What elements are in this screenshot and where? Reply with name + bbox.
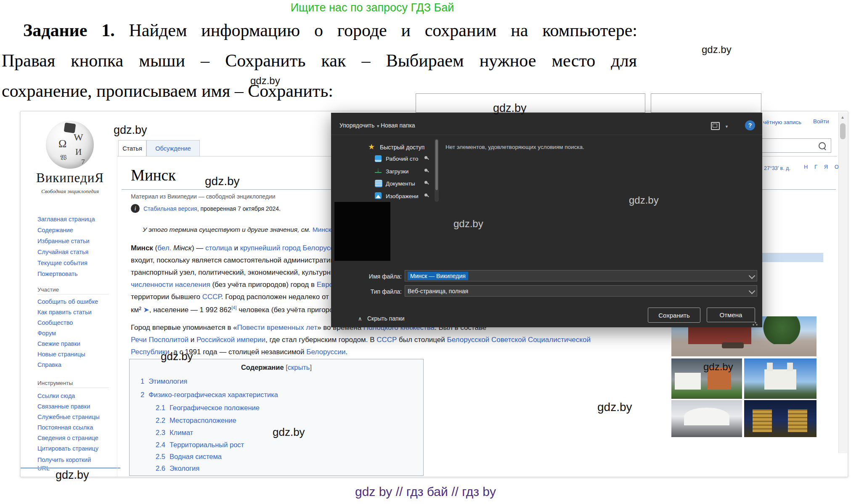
toc-label: Географическое положение [170, 404, 260, 411]
sidebar-link-report-error[interactable]: Сообщить об ошибке [37, 298, 98, 305]
wikipedia-globe-logo[interactable]: Ω W И 7 𝔚 [46, 121, 94, 169]
toc-item[interactable]: 2.3Климат [156, 429, 193, 437]
sidebar-link-cite-page[interactable]: Цитировать страницу [37, 445, 98, 452]
page-scrollbar[interactable]: ▲ [838, 112, 847, 453]
toc-label: Экология [170, 464, 199, 472]
nav-tree-area [334, 202, 390, 261]
toc-item[interactable]: 2.4Территориальный рост [156, 441, 244, 449]
organize-label: Упорядочить [339, 122, 374, 129]
pin-icon [424, 156, 427, 159]
link-login[interactable]: Войти [813, 118, 829, 125]
toc-label: Водная система [170, 453, 222, 460]
sidebar-link-new-pages[interactable]: Новые страницы [37, 351, 85, 358]
save-button[interactable]: Сохранить [648, 308, 700, 323]
toc-item[interactable]: 1Этимология [141, 377, 187, 385]
sidebar-link-forum[interactable]: Форум [37, 330, 56, 337]
task-line-3: сохранение, прописываем имя – Сохранить: [2, 81, 333, 101]
toc-item[interactable]: 2.6Экология [156, 464, 199, 472]
dialog-search-field[interactable] [651, 93, 761, 113]
toc-item[interactable]: 2.5Водная система [156, 453, 222, 461]
nav-scrollbar[interactable] [435, 139, 439, 202]
photo-tree [762, 316, 802, 344]
toc-item[interactable]: 2.1Географическое положение [156, 404, 260, 412]
cancel-button[interactable]: Отмена [707, 308, 755, 322]
toc-item[interactable]: 2Физико-географическая характеристика [141, 391, 278, 399]
sidebar-link-permanent-link[interactable]: Постоянная ссылка [37, 424, 93, 431]
toolbar-divider [331, 135, 762, 135]
sidebar-link-contents[interactable]: Содержание [37, 227, 73, 233]
toc-title: Содержание [241, 363, 284, 371]
scrollbar-up-arrow-icon[interactable]: ▲ [840, 115, 845, 119]
view-mode-icon[interactable] [711, 122, 720, 130]
dialog-address-bar[interactable] [416, 93, 645, 113]
sidebar-link-related-changes[interactable]: Связанные правки [37, 403, 90, 410]
sidebar-link-what-links-here[interactable]: Ссылки сюда [37, 393, 75, 399]
tab-article-label: Статья [122, 145, 142, 152]
filename-label: Имя файла: [356, 273, 402, 280]
nav-item-documents[interactable]: Документы [386, 180, 415, 187]
nav-item-desktop[interactable]: Рабочий сто [386, 156, 418, 162]
nav-item-pictures[interactable]: Изображени [386, 193, 419, 199]
tab-article[interactable]: Статья [118, 140, 146, 157]
toc-item[interactable]: 2.2Месторасположение [156, 416, 236, 424]
sidebar-link-main-page[interactable]: Заглавная страница [37, 216, 95, 223]
link-create-account[interactable]: чётную запись [763, 119, 801, 125]
sidebar-link-featured[interactable]: Избранные статьи [37, 238, 90, 244]
watermark: gdz.by [493, 102, 527, 115]
interwiki-letters[interactable]: Н Г Я О [804, 164, 841, 170]
quick-access-label[interactable]: Быстрый доступ [380, 144, 424, 151]
view-caret-icon[interactable]: ▼ [725, 125, 729, 129]
desktop-icon [375, 155, 382, 162]
sidebar-link-page-info[interactable]: Сведения о странице [37, 435, 98, 441]
task-line-1-rest: Найдем информацию о городе и сохраним на… [115, 21, 637, 40]
toc-header: Содержание [скрыть] [130, 363, 423, 371]
sidebar-link-community[interactable]: Сообщество [37, 319, 73, 326]
article-subtitle: Материал из Википедии — свободной энцикл… [131, 193, 276, 200]
photo-car [722, 342, 744, 348]
globe-glyph-i: И [75, 147, 82, 157]
sidebar-header-participation: Участие [37, 286, 109, 294]
chevron-up-icon[interactable]: ∧ [358, 316, 362, 322]
photo-church-body [764, 369, 796, 390]
nav-item-downloads[interactable]: Загрузки [386, 168, 408, 175]
watermark: gdz.by [250, 75, 280, 87]
photo-lit-tower [753, 409, 772, 432]
watermark: gdz.by [453, 218, 483, 230]
resize-grip[interactable] [753, 321, 758, 326]
sidebar-link-donate[interactable]: Пожертвовать [37, 271, 78, 277]
geo-coordinates[interactable]: 27°33′ в. д. [764, 165, 790, 171]
sidebar-link-recent-changes[interactable]: Свежие правки [37, 340, 80, 347]
toc-num: 2.4 [156, 441, 165, 448]
toc-label: Территориальный рост [170, 441, 244, 448]
site-tagline: Ищите нас по запросу ГДЗ Бай [0, 1, 745, 14]
article-title: Минск [131, 166, 176, 184]
task-line-2: Правая кнопка мыши – Сохранить как – Выб… [2, 50, 637, 71]
task-line-1: Задание 1. Найдем информацию о городе и … [23, 20, 637, 40]
page: Ищите нас по запросу ГДЗ Бай Задание 1. … [0, 0, 851, 504]
filename-input[interactable]: Минск — Википедия [405, 270, 757, 281]
pin-icon [424, 181, 427, 184]
stable-version-note[interactable]: Стабильная версия, проверенная 7 октября… [143, 205, 281, 212]
tab-talk[interactable]: Обсуждение [146, 140, 200, 157]
wikipedia-slogan: Свободная энциклопедия [21, 188, 119, 195]
scrollbar-thumb[interactable] [840, 123, 846, 139]
new-folder-button[interactable]: Новая папка [381, 122, 415, 129]
toc-hide-link[interactable]: скрыть [288, 363, 310, 371]
help-icon[interactable]: ? [745, 120, 755, 130]
sidebar-link-special-pages[interactable]: Служебные страницы [37, 414, 100, 420]
search-icon[interactable] [819, 142, 826, 149]
content-divider [117, 140, 117, 477]
info-icon[interactable]: i [131, 204, 140, 213]
sidebar-link-how-to-edit[interactable]: Как править статьи [37, 309, 92, 316]
photo-opera-theatre [671, 400, 742, 437]
hide-folders-button[interactable]: Скрыть папки [367, 315, 405, 322]
table-of-contents: Содержание [скрыть] 1Этимология 2Физико-… [129, 359, 424, 476]
filetype-select[interactable]: Веб-страница, полная [405, 285, 757, 297]
caret-down-icon: ▼ [376, 124, 380, 128]
sidebar-header-tools: Инструменты [37, 380, 109, 388]
sidebar-link-help[interactable]: Справка [37, 361, 61, 368]
sidebar-link-random[interactable]: Случайная статья [37, 249, 88, 255]
sidebar-link-current-events[interactable]: Текущие события [37, 260, 87, 266]
organize-menu[interactable]: Упорядочить ▼ [339, 122, 380, 129]
task-label: Задание 1. [23, 21, 115, 40]
